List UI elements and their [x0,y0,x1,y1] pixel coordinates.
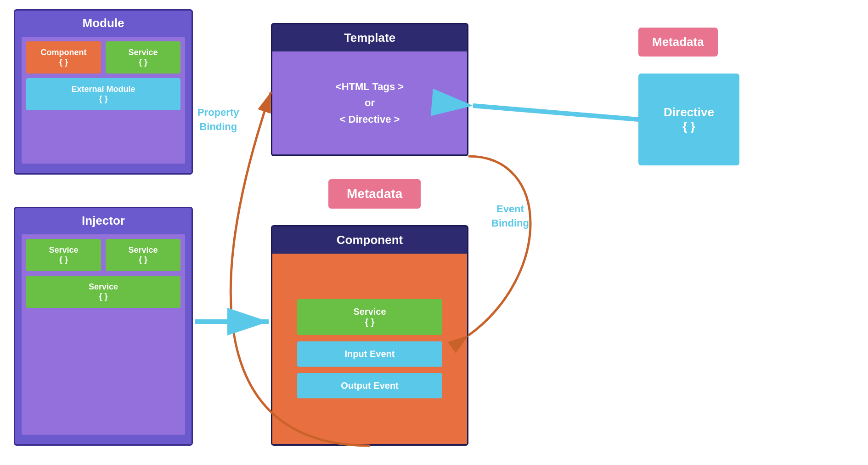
module-title: Module [21,16,186,30]
module-inner: Component{ } Service{ } External Module{… [21,36,186,164]
injector-bottom-row: Service{ } [26,276,180,308]
module-top-row: Component{ } Service{ } [26,41,180,74]
component-box: Component Service{ } Input Event Output … [271,225,468,446]
module-external-module-box: External Module{ } [26,78,180,110]
template-title: Template [272,24,467,51]
event-binding-label: EventBinding [491,202,529,231]
directive-to-template-arrow [473,106,638,119]
diagram-container: Module Component{ } Service{ } External … [0,0,868,465]
property-binding-label: PropertyBinding [197,106,239,134]
template-box: Template <HTML Tags >or< Directive > [271,23,468,156]
module-bottom-row: External Module{ } [26,78,180,110]
template-body: <HTML Tags >or< Directive > [272,51,467,154]
injector-service3-box: Service{ } [26,276,180,308]
injector-title: Injector [21,214,186,228]
directive-label: Directive{ } [664,105,714,134]
event-binding-arrow [468,156,530,335]
injector-top-row: Service{ } Service{ } [26,239,180,271]
module-component-box: Component{ } [26,41,101,74]
module-box: Module Component{ } Service{ } External … [14,9,193,175]
component-output-event-box: Output Event [297,373,443,398]
injector-box: Injector Service{ } Service{ } Service{ … [14,207,193,446]
injector-inner: Service{ } Service{ } Service{ } [21,233,186,436]
component-body: Service{ } Input Event Output Event [272,254,467,444]
directive-box: Directive{ } [638,74,739,165]
component-service-box: Service{ } [297,299,443,335]
metadata-center-box: Metadata [328,179,421,209]
component-input-event-box: Input Event [297,341,443,367]
metadata-top-box: Metadata [638,28,718,57]
module-service-box: Service{ } [106,41,180,74]
component-title: Component [272,227,467,254]
injector-service1-box: Service{ } [26,239,101,271]
injector-service2-box: Service{ } [106,239,180,271]
